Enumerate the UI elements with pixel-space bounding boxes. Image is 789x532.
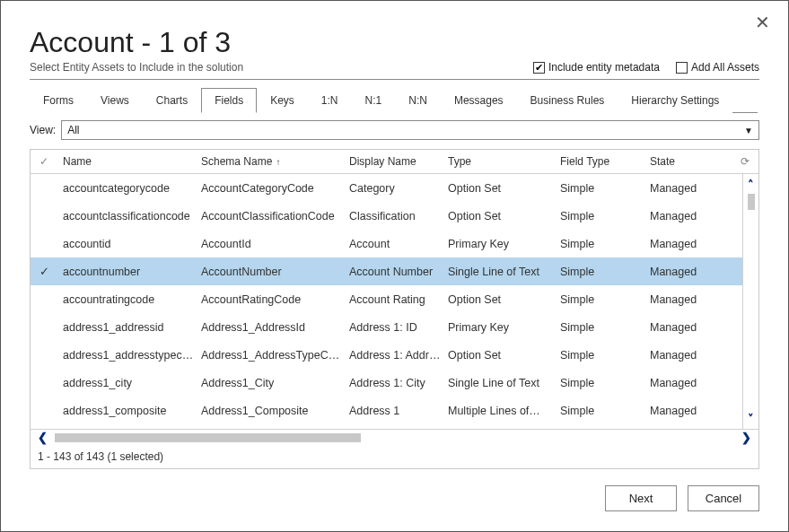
cell-state: Managed xyxy=(650,210,726,222)
cell-schema: AccountRatingCode xyxy=(201,293,349,306)
cell-display: Category xyxy=(349,182,448,195)
tab-business-rules[interactable]: Business Rules xyxy=(517,88,618,113)
tab-keys[interactable]: Keys xyxy=(257,88,308,113)
select-all-header[interactable] xyxy=(31,155,57,168)
row-check[interactable] xyxy=(31,265,57,278)
cancel-button[interactable]: Cancel xyxy=(688,485,759,511)
view-select[interactable]: All ▼ xyxy=(61,120,759,140)
cell-state: Managed xyxy=(650,405,726,417)
close-icon[interactable]: ✕ xyxy=(755,12,770,33)
cell-state: Managed xyxy=(650,182,726,195)
scroll-left-icon[interactable]: ❮ xyxy=(31,431,55,444)
add-all-assets-checkbox[interactable]: Add All Assets xyxy=(676,61,759,74)
checkbox-icon xyxy=(533,62,545,74)
vertical-scrollbar[interactable]: ˄ ˅ xyxy=(742,174,758,429)
chevron-down-icon: ▼ xyxy=(744,126,753,135)
cell-schema: AccountId xyxy=(201,238,349,250)
cell-display: Address 1: Addr… xyxy=(349,349,448,362)
tab-bar: FormsViewsChartsFieldsKeys1:NN:1N:NMessa… xyxy=(30,87,758,113)
page-title: Account - 1 of 3 xyxy=(30,26,759,59)
cell-ftype: Simple xyxy=(560,405,650,417)
cell-type: Primary Key xyxy=(448,238,560,250)
table-row[interactable]: address1_addresstypecodeAddress1_Address… xyxy=(31,341,758,369)
view-row: View: All ▼ xyxy=(30,120,759,140)
horizontal-scrollbar[interactable]: ❮ ❯ xyxy=(31,429,758,445)
cell-name: address1_addressid xyxy=(57,321,201,334)
tab-views[interactable]: Views xyxy=(87,88,143,113)
cell-ftype: Simple xyxy=(560,349,650,362)
cell-schema: Address1_City xyxy=(201,377,349,389)
table-row[interactable]: accountclassificationcodeAccountClassifi… xyxy=(31,202,758,230)
table-row[interactable]: address1_cityAddress1_CityAddress 1: Cit… xyxy=(31,369,758,397)
cell-type: Multiple Lines of… xyxy=(448,405,560,417)
cell-ftype: Simple xyxy=(560,182,650,195)
cell-type: Option Set xyxy=(448,349,560,362)
scroll-up-icon[interactable]: ˄ xyxy=(748,178,754,191)
scroll-thumb[interactable] xyxy=(55,433,361,442)
tab-messages[interactable]: Messages xyxy=(441,88,517,113)
check-icon xyxy=(39,265,49,278)
tab-1-n[interactable]: 1:N xyxy=(308,88,352,113)
table-row[interactable]: accountcategorycodeAccountCategoryCodeCa… xyxy=(31,174,758,202)
refresh-button[interactable] xyxy=(726,155,758,168)
check-icon xyxy=(39,155,48,168)
col-display-header[interactable]: Display Name xyxy=(349,155,448,168)
table-row[interactable]: address1_addressidAddress1_AddressIdAddr… xyxy=(31,313,758,341)
cell-ftype: Simple xyxy=(560,238,650,250)
page-subtitle: Select Entity Assets to Include in the s… xyxy=(30,61,243,74)
tab-fields[interactable]: Fields xyxy=(201,88,257,113)
grid-status: 1 - 143 of 143 (1 selected) xyxy=(31,445,758,468)
scroll-down-icon[interactable]: ˅ xyxy=(748,412,754,425)
table-row[interactable]: accountidAccountIdAccountPrimary KeySimp… xyxy=(31,230,758,257)
view-label: View: xyxy=(30,124,56,136)
cell-ftype: Simple xyxy=(560,293,650,306)
col-schema-header[interactable]: Schema Name↑ xyxy=(201,155,349,168)
col-state-header[interactable]: State xyxy=(650,155,726,168)
cell-display: Account Number xyxy=(349,266,448,278)
table-row[interactable]: accountratingcodeAccountRatingCodeAccoun… xyxy=(31,285,758,313)
dialog: ✕ Account - 1 of 3 Select Entity Assets … xyxy=(0,0,789,532)
cell-ftype: Simple xyxy=(560,210,650,222)
cell-schema: AccountCategoryCode xyxy=(201,182,349,195)
cell-type: Option Set xyxy=(448,293,560,306)
include-metadata-checkbox[interactable]: Include entity metadata xyxy=(533,61,660,74)
scroll-track[interactable] xyxy=(55,433,734,442)
cell-name: accountid xyxy=(57,238,201,250)
col-ftype-header[interactable]: Field Type xyxy=(560,155,650,168)
cell-ftype: Simple xyxy=(560,321,650,334)
col-type-header[interactable]: Type xyxy=(448,155,560,168)
scroll-right-icon[interactable]: ❯ xyxy=(734,431,758,444)
cell-name: accountclassificationcode xyxy=(57,210,201,222)
tab-forms[interactable]: Forms xyxy=(30,88,87,113)
tab-hierarchy-settings[interactable]: Hierarchy Settings xyxy=(618,88,732,113)
tab-n-n[interactable]: N:N xyxy=(395,88,441,113)
header-options: Include entity metadata Add All Assets xyxy=(533,61,759,74)
subtitle-row: Select Entity Assets to Include in the s… xyxy=(30,61,759,80)
cell-schema: Address1_AddressId xyxy=(201,321,349,334)
tab-charts[interactable]: Charts xyxy=(143,88,201,113)
cell-state: Managed xyxy=(650,377,726,389)
cell-display: Address 1 xyxy=(349,405,448,417)
table-row[interactable]: accountnumberAccountNumberAccount Number… xyxy=(31,257,758,285)
col-name-header[interactable]: Name xyxy=(57,155,201,168)
cell-schema: Address1_AddressTypeCode xyxy=(201,349,349,362)
dialog-buttons: Next Cancel xyxy=(30,485,759,511)
view-value: All xyxy=(67,124,79,136)
tab-n-1[interactable]: N:1 xyxy=(352,88,396,113)
cell-type: Single Line of Text xyxy=(448,377,560,389)
table-row[interactable]: address1_compositeAddress1_CompositeAddr… xyxy=(31,397,758,424)
cell-name: address1_city xyxy=(57,377,201,389)
cell-name: address1_addresstypecode xyxy=(57,349,201,362)
scroll-thumb[interactable] xyxy=(748,194,755,210)
cell-state: Managed xyxy=(650,293,726,306)
cell-state: Managed xyxy=(650,266,726,278)
next-button[interactable]: Next xyxy=(605,485,677,511)
cell-state: Managed xyxy=(650,321,726,334)
cell-display: Address 1: ID xyxy=(349,321,448,334)
cell-schema: AccountClassificationCode xyxy=(201,210,349,222)
cell-display: Address 1: City xyxy=(349,377,448,389)
cell-state: Managed xyxy=(650,349,726,362)
cell-schema: Address1_Composite xyxy=(201,405,349,417)
cell-display: Classification xyxy=(349,210,448,222)
grid-body: accountcategorycodeAccountCategoryCodeCa… xyxy=(31,174,758,429)
